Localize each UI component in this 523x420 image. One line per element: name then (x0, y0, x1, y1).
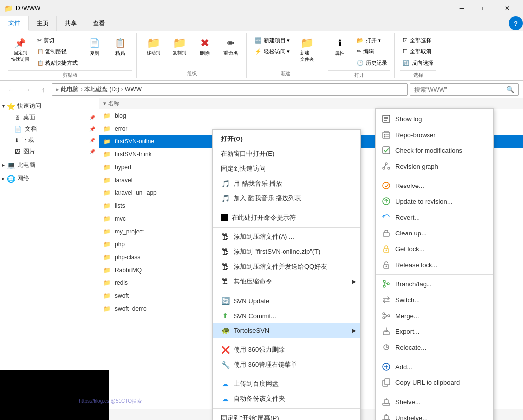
ctx-open-new-window[interactable]: 在新窗口中打开(E) (213, 146, 360, 161)
delete-button[interactable]: ✖ 删除 (193, 35, 217, 59)
history-btn[interactable]: 🕒 历史记录 (354, 58, 390, 68)
svn-switch[interactable]: Switch... (376, 292, 493, 308)
new-folder-button[interactable]: 📁 新建文件夹 (295, 35, 319, 65)
sidebar-section-computer[interactable]: ▸ 💻 此电脑 (0, 159, 99, 171)
up-button[interactable]: ↑ (36, 83, 50, 96)
copy-to-button[interactable]: 📁 复制到 (167, 35, 191, 58)
tab-share[interactable]: 共享 (57, 16, 85, 31)
copy-path-button[interactable]: 📋 复制路径 (34, 47, 81, 57)
svn-shelve[interactable]: Shelve... (376, 394, 493, 410)
svn-show-log[interactable]: Show log (376, 111, 493, 127)
ctx-360-delete[interactable]: ❌ 使用 360强力删除 (213, 342, 360, 357)
ctx-more-compress[interactable]: 🗜 其他压缩命令 (213, 274, 360, 289)
svn-copy-url[interactable]: Copy URL to clipboard (376, 374, 493, 390)
forward-button[interactable]: → (20, 83, 34, 96)
properties-icon: ℹ (334, 37, 346, 49)
svn-release-lock[interactable]: Release lock... (376, 257, 493, 273)
copy-button[interactable]: 📄 复制 (83, 35, 106, 59)
ctx-compress-qq[interactable]: 🗜 添加到压缩文件并发送给QQ好友 (213, 259, 360, 274)
downloads-pin: 📌 (89, 138, 95, 143)
svn-sep4 (376, 392, 493, 392)
svn-revision-graph[interactable]: Revision graph (376, 158, 493, 174)
cut-button[interactable]: ✂ 剪切 (34, 35, 81, 46)
select-none-button[interactable]: ☐ 全部取消 (400, 47, 436, 57)
tab-home[interactable]: 主页 (29, 16, 57, 31)
file-name-swoft-demo: swoft_demo (115, 305, 147, 312)
svn-unshelve[interactable]: Unshelve... (376, 410, 493, 420)
ctx-baidu-upload[interactable]: ☁ 上传到百度网盘 (213, 376, 360, 391)
network-label: 网络 (17, 174, 29, 183)
window-controls: ─ □ ✕ (450, 0, 519, 16)
svg-point-10 (385, 163, 387, 165)
documents-pin: 📌 (89, 126, 95, 132)
back-button[interactable]: ← (4, 83, 18, 96)
svn-cleanup[interactable]: Clean up... (376, 225, 493, 241)
ctx-svn-commit[interactable]: ⬆ SVN Commit... (213, 308, 360, 323)
svn-repo-browser[interactable]: Repo-browser (376, 127, 493, 142)
select-all-button[interactable]: ☑ 全部选择 (400, 35, 436, 46)
easy-access-button[interactable]: ⚡ 轻松访问 ▾ (252, 47, 293, 57)
properties-button[interactable]: ℹ 属性 (328, 35, 352, 59)
address-path[interactable]: ▸ 此电脑 › 本地磁盘 (D:) › WWW (52, 83, 408, 96)
new-item-button[interactable]: 🆕 新建项目 ▾ (252, 35, 293, 46)
sidebar-section-quickaccess[interactable]: ▾ ⭐ 快速访问 (0, 100, 99, 112)
ctx-open[interactable]: 打开(O) (213, 132, 360, 146)
pin-to-quickaccess-button[interactable]: 📌 固定到快速访问 (8, 35, 32, 65)
folder-icon-swoft: 📁 (103, 292, 111, 299)
tab-view[interactable]: 查看 (85, 16, 113, 31)
ctx-play-music[interactable]: 🎵 用 酷我音乐 播放 (213, 176, 360, 191)
invert-select-button[interactable]: 🔃 反向选择 (400, 58, 436, 68)
help-button[interactable]: ? (509, 16, 523, 30)
svn-export[interactable]: Export... (376, 324, 493, 339)
svn-add[interactable]: Add... (376, 359, 493, 374)
edit-btn[interactable]: ✏ 编辑 (354, 47, 390, 57)
svn-sep2 (376, 274, 493, 275)
svn-merge[interactable]: Merge... (376, 308, 493, 324)
file-name-swoft: swoft (115, 292, 129, 299)
svn-check-modifications[interactable]: Check for modifications (376, 142, 493, 158)
ctx-svn-update[interactable]: 🔄 SVN Update (213, 293, 360, 308)
ctx-pin-quick[interactable]: 固定到快速访问 (213, 161, 360, 176)
ribbon-group-clipboard: 📌 固定到快速访问 ✂ 剪切 📋 复制路径 📋 粘贴快捷方式 (4, 33, 137, 78)
search-box[interactable]: 🔍 (410, 83, 519, 96)
svg-point-27 (383, 317, 385, 319)
maximize-button[interactable]: □ (473, 0, 496, 16)
paste-shortcut-button[interactable]: 📋 粘贴快捷方式 (34, 58, 81, 68)
svn-resolve[interactable]: Resolve... (376, 178, 493, 193)
search-input[interactable] (414, 86, 504, 93)
ctx-tortoisesvn[interactable]: 🐢 TortoiseSVN (213, 323, 360, 338)
open-btn[interactable]: 📂 打开 ▾ (354, 35, 390, 46)
copy-url-icon (381, 377, 391, 387)
sidebar-section-network[interactable]: ▸ 🌐 网络 (0, 173, 99, 184)
compress-named-icon: 🗜 (221, 247, 230, 256)
ctx-360-manage[interactable]: 🔧 使用 360管理右键菜单 (213, 357, 360, 372)
search-icon: 🔍 (506, 86, 514, 93)
ctx-compress[interactable]: 🗜 添加到压缩文件(A) ... (213, 230, 360, 244)
ctx-pin-start[interactable]: 固定到"开始"屏幕(P) (213, 411, 360, 420)
svg-point-24 (387, 283, 389, 285)
select-items: ☑ 全部选择 ☐ 全部取消 🔃 反向选择 (400, 33, 436, 70)
history-icon: 🕒 (357, 60, 364, 66)
move-to-button[interactable]: 📁 移动到 (142, 35, 165, 58)
ctx-compress-named[interactable]: 🗜 添加到 "firstSVN-online.zip"(T) (213, 244, 360, 259)
svn-get-lock[interactable]: Get lock... (376, 241, 493, 257)
ctx-cmd[interactable]: 在此处打开命令提示符 (213, 210, 360, 225)
svn-update-revision[interactable]: Update to revision... (376, 193, 493, 209)
ctx-add-playlist[interactable]: 🎵 加入 酷我音乐 播放列表 (213, 191, 360, 206)
paste-button[interactable]: 📋 粘贴 (108, 35, 132, 59)
sidebar-item-downloads[interactable]: ⬇ 下载 📌 (10, 135, 99, 146)
preview-panel (0, 370, 109, 420)
tab-file[interactable]: 文件 (0, 16, 29, 31)
sidebar-item-pictures[interactable]: 🖼 图片 📌 (10, 146, 99, 157)
sidebar-item-desktop[interactable]: 🖥 桌面 📌 (10, 112, 99, 123)
svn-branch-tag[interactable]: Branch/tag... (376, 276, 493, 292)
svn-relocate[interactable]: Relocate... (376, 339, 493, 355)
file-name-phpclass: php-class (115, 254, 140, 261)
close-button[interactable]: ✕ (496, 0, 519, 16)
ribbon-tabs: 文件 主页 共享 查看 ? (0, 16, 523, 31)
svn-revert[interactable]: Revert... (376, 209, 493, 225)
ctx-auto-backup[interactable]: ☁ 自动备份该文件夹 (213, 391, 360, 406)
rename-button[interactable]: ✏ 重命名 (219, 35, 242, 59)
sidebar-item-documents[interactable]: 📄 文档 📌 (10, 123, 99, 135)
minimize-button[interactable]: ─ (450, 0, 473, 16)
